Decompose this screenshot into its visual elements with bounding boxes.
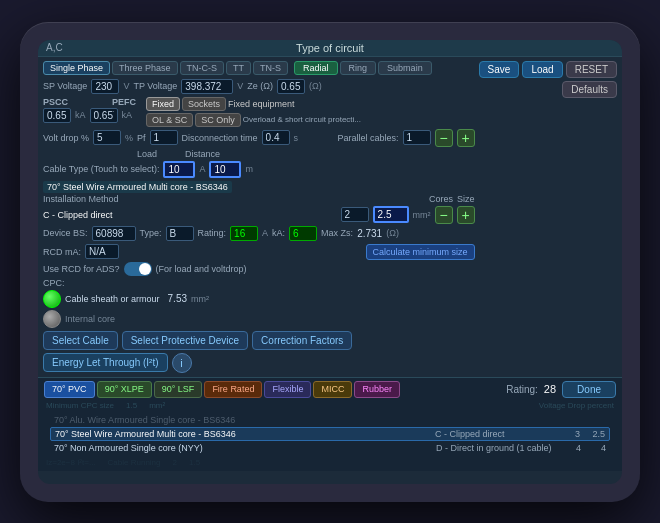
ze-input[interactable] — [277, 79, 305, 94]
cable-item-nyy[interactable]: 70° Non Armoured Single core (NYY) — [54, 443, 436, 453]
distance-input[interactable] — [209, 161, 241, 178]
cable-type-label: Cable Type (Touch to select): — [43, 164, 159, 174]
rating-value: 28 — [544, 383, 556, 395]
device-ka-label: kA: — [272, 228, 285, 238]
ze-label: Ze (Ω) — [247, 81, 273, 91]
save-button[interactable]: Save — [479, 61, 520, 78]
pscc-input[interactable] — [43, 108, 71, 123]
pscc-label: PSCC — [43, 97, 68, 107]
sockets-button[interactable]: Sockets — [182, 97, 226, 111]
cable-item-steel-multi[interactable]: 70° Steel Wire Armoured Multi core - BS6… — [55, 429, 435, 439]
size-label: Size — [457, 194, 475, 204]
parallel-minus-button[interactable]: − — [435, 129, 453, 147]
size-input[interactable] — [373, 206, 409, 223]
cable-tab-xlpe[interactable]: 90° XLPE — [97, 381, 152, 398]
correction-factors-button[interactable]: Correction Factors — [252, 331, 352, 350]
cable-item-alu[interactable]: 70° Alu. Wire Armoured Single core - BS6… — [54, 415, 436, 425]
cpc-label: CPC: — [43, 278, 65, 288]
cable-tab-micc[interactable]: MICC — [313, 381, 352, 398]
reset-button[interactable]: RESET — [566, 61, 617, 78]
device-bs-label: Device BS: — [43, 228, 88, 238]
fixed-eq-label: Fixed equipment — [228, 99, 295, 109]
size-plus-button[interactable]: + — [457, 206, 475, 224]
cores-input[interactable] — [341, 207, 369, 222]
cable-tab-flexible[interactable]: Flexible — [264, 381, 311, 398]
tab-tn-s[interactable]: TN-S — [253, 61, 288, 75]
pefc-input[interactable] — [90, 108, 118, 123]
cable-size-1: 2.5 — [580, 429, 605, 439]
volt-drop-label: Volt drop % — [43, 133, 89, 143]
device-rating-input[interactable] — [230, 226, 258, 241]
disconnection-label: Disconnection time — [182, 133, 258, 143]
tab-tn-c-s[interactable]: TN-C-S — [180, 61, 225, 75]
use-rcd-toggle[interactable] — [124, 262, 152, 276]
parallel-label: Parallel cables: — [338, 133, 399, 143]
distance-label: Distance — [185, 149, 220, 159]
cable-tab-rubber[interactable]: Rubber — [354, 381, 400, 398]
parallel-input[interactable] — [403, 130, 431, 145]
pefc-label: PEFC — [112, 97, 136, 107]
toggle-knob — [139, 263, 151, 275]
device-type-label: Type: — [140, 228, 162, 238]
tab-three-phase[interactable]: Three Phase — [112, 61, 178, 75]
title-bar: Type of circuit — [76, 42, 584, 54]
device-max-zs-label: Max Zs: — [321, 228, 353, 238]
voltage-drop-label: Voltage Drop percent — [539, 401, 614, 410]
defaults-button[interactable]: Defaults — [562, 81, 617, 98]
disconnection-input[interactable] — [262, 130, 290, 145]
tab-submain[interactable]: Submain — [378, 61, 432, 75]
sp-voltage-unit: V — [123, 81, 129, 91]
cable-tab-fire[interactable]: Fire Rated — [204, 381, 262, 398]
tab-ring[interactable]: Ring — [340, 61, 377, 75]
cable-size-2: 4 — [581, 443, 606, 453]
protection-label: Overload & short circuit protecti... — [243, 115, 361, 124]
tab-tt[interactable]: TT — [226, 61, 251, 75]
min-cpc-size-label: Minimum CPC size — [46, 401, 114, 410]
fixed-button[interactable]: Fixed — [146, 97, 180, 111]
install-method-value: C - Clipped direct — [43, 210, 113, 220]
rcd-input[interactable] — [85, 244, 119, 259]
cable-method-2: D - Direct in ground (1 cable) — [436, 443, 556, 453]
pf-label: Pf — [137, 133, 146, 143]
energy-button[interactable]: Energy Let Through (I²t) — [43, 353, 168, 372]
tab-single-phase[interactable]: Single Phase — [43, 61, 110, 75]
sc-only-button[interactable]: SC Only — [195, 113, 241, 127]
app-subtitle: A,C — [46, 42, 76, 53]
tp-voltage-label: TP Voltage — [133, 81, 177, 91]
sp-voltage-input[interactable] — [91, 79, 119, 94]
rating-label: Rating: — [506, 384, 538, 395]
calc-min-size-button[interactable]: Calculate minimum size — [366, 244, 475, 260]
device-bs-input[interactable] — [92, 226, 136, 241]
device-type-input[interactable] — [166, 226, 194, 241]
install-method-label: Installation Method — [43, 194, 119, 204]
cpc-sheath-label: Cable sheath or armour — [65, 294, 160, 304]
cable-tab-pvc[interactable]: 70° PVC — [44, 381, 95, 398]
cable-type-value[interactable]: 70° Steel Wire Armoured Multi core - BS6… — [43, 181, 232, 193]
load-input[interactable] — [163, 161, 195, 178]
parallel-plus-button[interactable]: + — [457, 129, 475, 147]
sp-voltage-label: SP Voltage — [43, 81, 87, 91]
tp-voltage-unit: V — [237, 81, 243, 91]
volt-drop-input[interactable] — [93, 130, 121, 145]
size-minus-button[interactable]: − — [435, 206, 453, 224]
load-label: Load — [137, 149, 157, 159]
info-button[interactable]: i — [172, 353, 192, 373]
rcd-note: (For load and voltdrop) — [156, 264, 247, 274]
cable-cores-2: 4 — [556, 443, 581, 453]
cable-method-1: C - Clipped direct — [435, 429, 555, 439]
device-max-zs-value: 2.731 — [357, 228, 382, 239]
cable-tab-lsf[interactable]: 90° LSF — [154, 381, 203, 398]
tab-radial[interactable]: Radial — [294, 61, 338, 75]
ol-sc-button[interactable]: OL & SC — [146, 113, 193, 127]
pf-input[interactable] — [150, 130, 178, 145]
cpc-sheath-value: 7.53 — [168, 293, 187, 304]
device-ka-input[interactable] — [289, 226, 317, 241]
cable-cores-1: 3 — [555, 429, 580, 439]
select-protective-button[interactable]: Select Protective Device — [122, 331, 248, 350]
select-cable-button[interactable]: Select Cable — [43, 331, 118, 350]
cpc-sheath-indicator — [43, 290, 61, 308]
load-button[interactable]: Load — [522, 61, 562, 78]
cores-label: Cores — [429, 194, 453, 204]
tp-voltage-input[interactable] — [181, 79, 233, 94]
done-button[interactable]: Done — [562, 381, 616, 398]
